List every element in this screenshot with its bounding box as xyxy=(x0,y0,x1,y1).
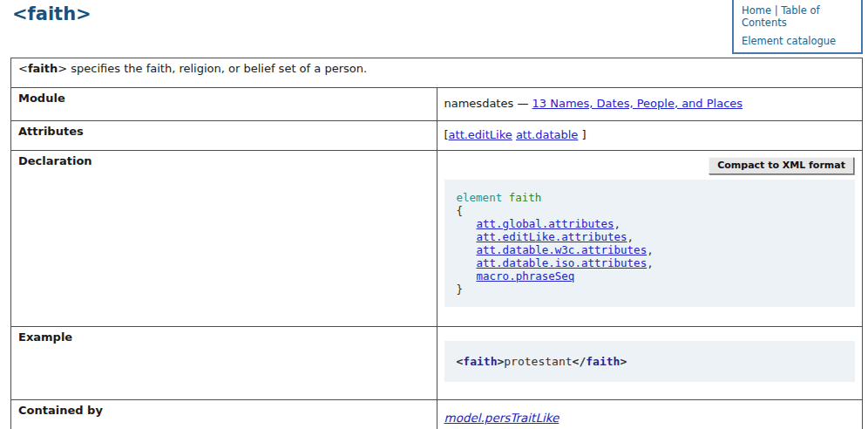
module-row: Module namesdates — 13 Names, Dates, Peo… xyxy=(11,88,863,121)
rnc-keyword: element xyxy=(457,191,503,204)
description-cell: <faith> specifies the faith, religion, o… xyxy=(11,58,863,88)
code-line-member: att.editLike.attributes, xyxy=(457,230,844,243)
code-line-member: att.datable.iso.attributes, xyxy=(457,256,844,269)
description-row: <faith> specifies the faith, religion, o… xyxy=(11,58,863,88)
rnc-element-name: faith xyxy=(509,191,542,204)
code-line-member: att.datable.w3c.attributes, xyxy=(457,243,844,256)
page-title: <faith> xyxy=(12,3,92,24)
module-dash: — xyxy=(517,97,528,110)
example-row: Example <faith>protestant</faith> xyxy=(11,327,863,400)
comma: , xyxy=(614,217,621,230)
example-content: protestant xyxy=(504,355,572,368)
attributes-row: Attributes [att.editLike att.datable ] xyxy=(11,121,863,151)
contained-by-row: Contained by model.persTraitLike xyxy=(11,400,863,429)
contained-by-cell: model.persTraitLike xyxy=(437,400,863,429)
code-line-close-brace: } xyxy=(457,283,844,296)
code-line-element: element faith xyxy=(457,191,844,204)
attributes-value-cell: [att.editLike att.datable ] xyxy=(437,121,863,151)
comma: , xyxy=(647,243,654,256)
example-code-block: <faith>protestant</faith> xyxy=(444,341,856,382)
contained-by-model-link[interactable]: model.persTraitLike xyxy=(444,411,559,425)
brace-close: } xyxy=(457,283,464,296)
nav-link-home[interactable]: Home xyxy=(742,4,771,17)
attribute-class-link-datable[interactable]: att.datable xyxy=(516,128,578,141)
declaration-link-datable-w3c-attributes[interactable]: att.datable.w3c.attributes xyxy=(477,243,648,256)
nav-line-2: Element catalogue xyxy=(742,35,856,47)
code-line-open-brace: { xyxy=(457,204,844,217)
declaration-link-editlike-attributes[interactable]: att.editLike.attributes xyxy=(477,230,627,243)
brace-open: { xyxy=(457,204,464,217)
description-text: specifies the faith, religion, or belief… xyxy=(71,62,367,75)
nav-line-1: Home | Table of Contents xyxy=(742,4,856,29)
module-name: namesdates xyxy=(444,97,514,110)
page-header: <faith> Home | Table of Contents Element… xyxy=(0,0,868,58)
example-close-tag-name: faith xyxy=(586,355,620,368)
declaration-link-macro-phraseseq[interactable]: macro.phraseSeq xyxy=(477,269,575,283)
comma: , xyxy=(627,230,634,243)
declaration-link-global-attributes[interactable]: att.global.attributes xyxy=(477,217,614,230)
description-term: faith xyxy=(28,62,58,75)
nav-separator: | xyxy=(775,4,778,17)
nav-box: Home | Table of Contents Element catalog… xyxy=(732,0,863,54)
declaration-toolbar: Compact to XML format xyxy=(444,157,855,174)
code-line-member: macro.phraseSeq xyxy=(457,269,844,283)
example-label: Example xyxy=(11,327,437,400)
module-value-cell: namesdates — 13 Names, Dates, People, an… xyxy=(437,88,863,121)
description-term-lt: < xyxy=(18,62,28,75)
comma: , xyxy=(647,256,654,269)
declaration-label: Declaration xyxy=(11,151,437,327)
contained-by-label: Contained by xyxy=(11,400,437,429)
example-close-gt: > xyxy=(620,355,627,368)
declaration-code-block: element faith{att.global.attributes,att.… xyxy=(444,180,856,307)
code-line-member: att.global.attributes, xyxy=(457,217,844,230)
declaration-cell: Compact to XML format element faith{att.… xyxy=(437,151,863,327)
attribute-class-link-editlike[interactable]: att.editLike xyxy=(449,128,512,141)
compact-to-xml-button[interactable]: Compact to XML format xyxy=(709,157,854,174)
element-spec-table: <faith> specifies the faith, religion, o… xyxy=(10,58,863,429)
module-chapter-link[interactable]: 13 Names, Dates, People, and Places xyxy=(532,97,743,110)
attributes-label: Attributes xyxy=(11,121,437,151)
declaration-row: Declaration Compact to XML format elemen… xyxy=(11,151,863,327)
example-open-tag-name: faith xyxy=(463,355,497,368)
attributes-bracket-close: ] xyxy=(581,128,586,141)
example-cell: <faith>protestant</faith> xyxy=(437,327,863,400)
example-close-lt: </ xyxy=(573,355,587,368)
module-label: Module xyxy=(11,88,437,121)
description-term-gt: > xyxy=(58,62,67,75)
nav-link-element-catalogue[interactable]: Element catalogue xyxy=(742,35,836,47)
declaration-link-datable-iso-attributes[interactable]: att.datable.iso.attributes xyxy=(477,256,648,269)
